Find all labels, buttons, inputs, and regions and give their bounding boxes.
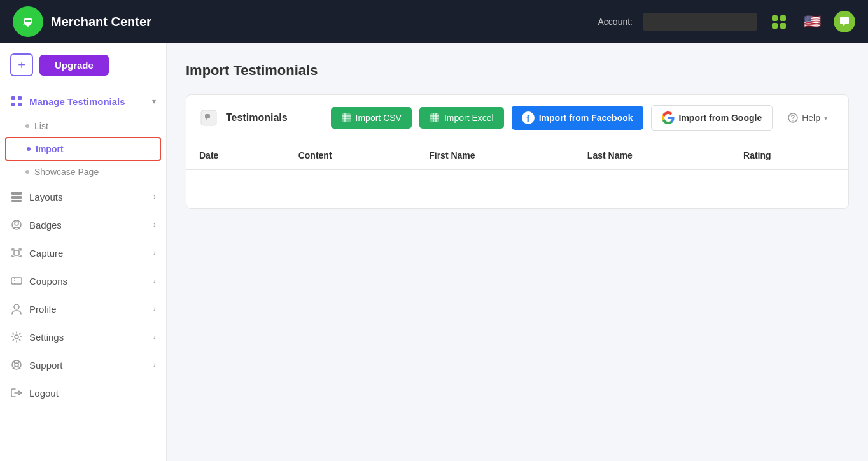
badges-label: Badges bbox=[29, 220, 147, 230]
chevron-down-icon: ▾ bbox=[152, 97, 156, 106]
sidebar-subitem-import[interactable]: Import bbox=[5, 137, 161, 161]
svg-rect-8 bbox=[11, 192, 22, 195]
profile-icon bbox=[10, 302, 23, 315]
support-label: Support bbox=[29, 360, 147, 371]
logout-label: Logout bbox=[29, 388, 156, 399]
svg-rect-6 bbox=[11, 103, 15, 106]
upgrade-button[interactable]: Upgrade bbox=[39, 55, 109, 76]
chevron-right-icon: › bbox=[153, 304, 156, 313]
chat-icon[interactable] bbox=[834, 11, 855, 32]
col-lastname: Last Name bbox=[575, 141, 731, 170]
support-icon bbox=[10, 358, 23, 371]
svg-point-12 bbox=[15, 222, 18, 225]
coupons-label: Coupons bbox=[29, 276, 147, 287]
sidebar-item-layouts[interactable]: Layouts › bbox=[0, 183, 166, 211]
sidebar: + Upgrade Manage Testimonials ▾ List Imp… bbox=[0, 43, 167, 461]
layouts-icon bbox=[10, 190, 23, 203]
chevron-right-icon: › bbox=[153, 276, 156, 285]
sidebar-item-capture[interactable]: Capture › bbox=[0, 239, 166, 267]
badges-icon bbox=[10, 218, 23, 231]
import-facebook-button[interactable]: f Import from Facebook bbox=[512, 106, 643, 130]
svg-rect-7 bbox=[18, 103, 22, 106]
testimonials-section-icon bbox=[199, 108, 218, 127]
logo: Merchant Center bbox=[13, 6, 151, 37]
col-date: Date bbox=[186, 141, 286, 170]
account-value bbox=[643, 13, 757, 31]
csv-icon bbox=[341, 113, 351, 123]
col-rating: Rating bbox=[731, 141, 848, 170]
chevron-right-icon: › bbox=[153, 360, 156, 369]
svg-point-17 bbox=[15, 335, 18, 339]
header: Merchant Center Account: 🇺🇸 bbox=[0, 0, 868, 43]
svg-point-16 bbox=[14, 304, 19, 309]
sidebar-item-profile[interactable]: Profile › bbox=[0, 295, 166, 323]
settings-icon bbox=[10, 330, 23, 343]
sidebar-item-support[interactable]: Support › bbox=[0, 351, 166, 379]
svg-rect-9 bbox=[11, 196, 22, 199]
chevron-right-icon: › bbox=[153, 220, 156, 229]
manage-testimonials-label: Manage Testimonials bbox=[29, 96, 146, 107]
coupons-icon bbox=[10, 274, 23, 287]
svg-rect-10 bbox=[11, 200, 22, 202]
google-icon bbox=[662, 111, 675, 124]
sidebar-item-settings[interactable]: Settings › bbox=[0, 323, 166, 351]
help-chevron-icon: ▾ bbox=[824, 114, 828, 122]
import-csv-button[interactable]: Import CSV bbox=[331, 107, 412, 129]
card-header: Testimonials Import CSV bbox=[186, 95, 848, 141]
testimonials-table: Date Content First Name Last Name Rating bbox=[186, 141, 848, 208]
svg-rect-30 bbox=[430, 113, 439, 122]
import-dot bbox=[27, 147, 31, 151]
list-label: List bbox=[34, 121, 48, 131]
import-card: Testimonials Import CSV bbox=[186, 94, 849, 209]
main-content: Import Testimonials Testimonials bbox=[167, 43, 868, 461]
header-right: Account: 🇺🇸 bbox=[598, 10, 855, 33]
grid-apps-icon[interactable] bbox=[767, 10, 790, 33]
col-content: Content bbox=[286, 141, 417, 170]
svg-point-3 bbox=[29, 20, 31, 22]
svg-rect-5 bbox=[18, 96, 22, 100]
help-icon bbox=[788, 113, 798, 123]
capture-label: Capture bbox=[29, 248, 147, 259]
logout-icon bbox=[10, 387, 23, 399]
svg-rect-4 bbox=[11, 96, 15, 100]
table-row bbox=[186, 170, 848, 208]
manage-testimonials-icon bbox=[10, 95, 23, 108]
showcase-label: Showcase Page bbox=[34, 167, 99, 177]
card-title: Testimonials bbox=[226, 112, 288, 124]
facebook-icon: f bbox=[522, 111, 535, 124]
chevron-right-icon: › bbox=[153, 332, 156, 341]
sidebar-item-logout[interactable]: Logout bbox=[0, 379, 166, 407]
svg-rect-14 bbox=[11, 278, 22, 284]
add-button[interactable]: + bbox=[10, 53, 33, 76]
settings-label: Settings bbox=[29, 332, 147, 343]
sidebar-item-badges[interactable]: Badges › bbox=[0, 211, 166, 239]
chevron-right-icon: › bbox=[153, 192, 156, 201]
svg-point-19 bbox=[15, 363, 18, 367]
svg-rect-13 bbox=[14, 250, 19, 255]
sidebar-item-manage-testimonials[interactable]: Manage Testimonials ▾ bbox=[0, 87, 166, 115]
capture-icon bbox=[10, 246, 23, 259]
import-excel-button[interactable]: Import Excel bbox=[419, 107, 504, 129]
import-google-button[interactable]: Import from Google bbox=[651, 105, 773, 131]
profile-label: Profile bbox=[29, 304, 147, 315]
chevron-right-icon: › bbox=[153, 248, 156, 257]
logo-text: Merchant Center bbox=[51, 14, 151, 29]
svg-point-36 bbox=[792, 120, 794, 122]
import-label: Import bbox=[36, 144, 64, 154]
layouts-label: Layouts bbox=[29, 192, 147, 202]
sidebar-subitem-list[interactable]: List bbox=[0, 115, 166, 137]
col-firstname: First Name bbox=[416, 141, 575, 170]
svg-rect-26 bbox=[342, 113, 351, 122]
page-title: Import Testimonials bbox=[186, 62, 849, 79]
svg-point-2 bbox=[27, 20, 29, 22]
showcase-dot bbox=[25, 170, 29, 174]
list-dot bbox=[25, 124, 29, 128]
sidebar-item-coupons[interactable]: Coupons › bbox=[0, 267, 166, 295]
excel-icon bbox=[430, 113, 440, 123]
sidebar-subitem-showcase[interactable]: Showcase Page bbox=[0, 161, 166, 183]
account-label: Account: bbox=[598, 17, 633, 27]
sidebar-top: + Upgrade bbox=[0, 53, 166, 87]
logo-icon bbox=[13, 6, 43, 37]
flag-icon[interactable]: 🇺🇸 bbox=[801, 10, 823, 33]
help-button[interactable]: Help ▾ bbox=[780, 107, 836, 129]
